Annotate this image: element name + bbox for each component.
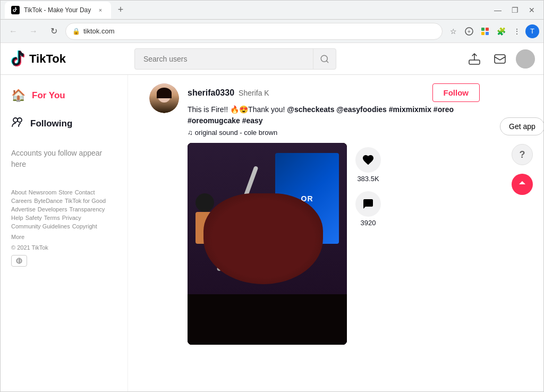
window-controls: — ❐ ✕ <box>490 3 539 18</box>
footer-link-newsroom[interactable]: Newsroom <box>29 189 57 195</box>
post-avatar[interactable] <box>149 83 179 113</box>
app-logo-text: TikTok <box>29 52 66 66</box>
footer-link-community[interactable]: Community Guidelines <box>11 223 70 229</box>
tab-close-icon[interactable]: × <box>96 6 105 14</box>
svg-rect-4 <box>486 28 489 31</box>
toolbar-actions: ☆ + 🧩 ⋮ T <box>446 24 539 39</box>
post-video-area: OR <box>188 143 480 345</box>
close-button[interactable]: ✕ <box>524 3 539 18</box>
svg-point-10 <box>13 118 18 122</box>
svg-rect-3 <box>481 28 484 31</box>
maximize-button[interactable]: ❐ <box>507 3 522 18</box>
svg-rect-5 <box>481 32 484 35</box>
address-bar[interactable]: 🔒 tiktok.com <box>65 23 443 40</box>
footer-copyright: © 2021 TikTok <box>11 244 117 251</box>
footer-link-safety[interactable]: Safety <box>26 215 42 221</box>
reload-button[interactable]: ↻ <box>45 23 62 40</box>
following-empty-text: Accounts you follow appear here <box>5 141 123 176</box>
video-post: sherifa0330 Sherifa K Follow This is Fir… <box>149 83 480 345</box>
footer-link-tiktokforgood[interactable]: TikTok for Good <box>65 198 106 204</box>
sidebar: 🏠 For You Following Accounts you follow … <box>1 75 128 391</box>
svg-rect-9 <box>495 55 505 63</box>
main-feed: sherifa0330 Sherifa K Follow This is Fir… <box>128 75 501 391</box>
footer-link-copyright[interactable]: Copyright <box>72 223 97 229</box>
footer-more-link[interactable]: More <box>11 234 117 240</box>
footer-link-contact[interactable]: Contact <box>75 189 95 195</box>
settings-icon[interactable]: ⋮ <box>509 24 524 39</box>
home-icon: 🏠 <box>11 89 26 103</box>
post-header: sherifa0330 Sherifa K Follow <box>188 83 480 102</box>
new-tab-button[interactable]: + <box>113 3 128 18</box>
sound-text: original sound - cole brown <box>195 129 277 137</box>
post-caption: This is Fire!! 🔥😍Thank you! @scheckeats … <box>188 104 480 126</box>
post-sound[interactable]: ♫ original sound - cole brown <box>188 129 480 137</box>
comment-count: 3920 <box>361 219 376 227</box>
globe-icon <box>16 258 22 264</box>
scroll-up-icon <box>517 180 527 189</box>
footer-link-store[interactable]: Store <box>58 189 72 195</box>
oreo-cookie <box>196 193 214 212</box>
footer-link-careers[interactable]: Careers <box>11 198 32 204</box>
scroll-up-button[interactable] <box>512 174 533 195</box>
svg-text:+: + <box>468 29 471 35</box>
footer-link-developers[interactable]: Developers <box>38 206 67 212</box>
search-box <box>134 48 336 70</box>
app-body: 🏠 For You Following Accounts you follow … <box>1 75 543 391</box>
comment-icon <box>355 191 381 217</box>
lock-icon: 🔒 <box>72 28 80 35</box>
footer-link-transparency[interactable]: Transparency <box>70 206 105 212</box>
language-button[interactable] <box>11 255 27 267</box>
sidebar-item-following[interactable]: Following <box>5 110 123 137</box>
comment-button[interactable]: 3920 <box>355 191 381 227</box>
back-button[interactable]: ← <box>5 23 22 40</box>
sidebar-item-for-you[interactable]: 🏠 For You <box>5 83 123 108</box>
browser-tab[interactable]: TikTok - Make Your Day × <box>5 2 111 19</box>
search-input[interactable] <box>134 48 336 70</box>
minimize-button[interactable]: — <box>490 3 505 18</box>
bowl <box>203 193 323 284</box>
like-icon <box>355 147 381 173</box>
tiktok-logo[interactable]: TikTok <box>9 50 66 67</box>
svg-rect-8 <box>469 60 480 64</box>
user-profile-avatar[interactable]: T <box>525 24 539 38</box>
sound-icon: ♫ <box>188 129 193 137</box>
tiktok-favicon <box>11 6 20 14</box>
get-app-button[interactable]: Get app <box>500 117 543 135</box>
post-username[interactable]: sherifa0330 <box>188 88 234 98</box>
upload-icon[interactable] <box>465 49 484 69</box>
help-button[interactable]: ? <box>512 144 533 165</box>
for-you-label: For You <box>32 90 65 101</box>
video-thumbnail[interactable]: OR <box>188 143 347 345</box>
footer-link-privacy[interactable]: Privacy <box>62 215 81 221</box>
url-text: tiktok.com <box>83 27 115 35</box>
follow-button[interactable]: Follow <box>432 83 480 102</box>
bookmark-star-icon[interactable]: ☆ <box>446 24 461 39</box>
search-icon <box>320 54 329 64</box>
tiktok-logo-icon <box>9 50 26 67</box>
like-button[interactable]: 383.5K <box>355 147 381 183</box>
browser-titlebar: TikTok - Make Your Day × + — ❐ ✕ <box>1 1 543 20</box>
search-icon-button[interactable] <box>313 48 336 70</box>
extension-icon[interactable]: 🧩 <box>494 24 508 39</box>
video-actions: 383.5K 3920 <box>355 143 381 345</box>
header-actions <box>465 49 535 69</box>
user-avatar[interactable] <box>516 49 535 69</box>
footer-link-advertise[interactable]: Advertise <box>11 206 36 212</box>
app-header: TikTok <box>1 43 543 75</box>
footer-link-terms[interactable]: Terms <box>44 215 60 221</box>
following-label: Following <box>30 118 72 129</box>
forward-button[interactable]: → <box>25 23 42 40</box>
message-icon[interactable] <box>490 49 509 69</box>
following-icon <box>11 115 24 132</box>
footer-link-bytedance[interactable]: ByteDance <box>34 198 63 204</box>
svg-rect-6 <box>486 32 489 35</box>
browser-frame: TikTok - Make Your Day × + — ❐ ✕ ← → ↻ 🔒… <box>0 0 544 392</box>
footer-link-about[interactable]: About <box>11 189 27 195</box>
post-display-name: Sherifa K <box>239 89 269 97</box>
app-content: TikTok <box>1 43 543 391</box>
grid-icon[interactable] <box>478 24 492 39</box>
footer-link-help[interactable]: Help <box>11 215 23 221</box>
following-section: Accounts you follow appear here <box>5 141 123 176</box>
like-count: 383.5K <box>357 175 379 183</box>
add-to-desktop-icon[interactable]: + <box>462 24 477 39</box>
